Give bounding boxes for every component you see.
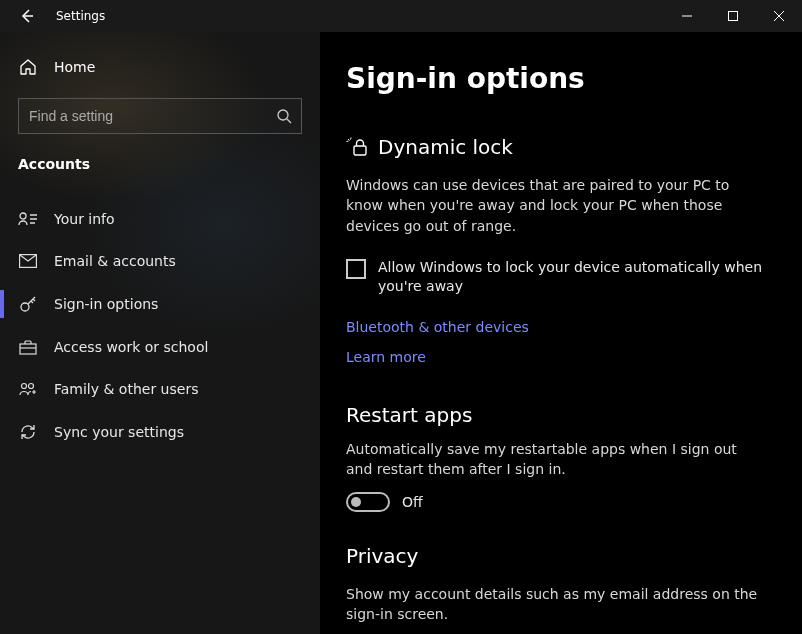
sidebar-item-sync-settings[interactable]: Sync your settings bbox=[0, 410, 320, 454]
close-icon bbox=[774, 11, 784, 21]
page-title: Sign-in options bbox=[346, 62, 776, 95]
privacy-desc: Show my account details such as my email… bbox=[346, 584, 766, 625]
svg-rect-0 bbox=[729, 12, 738, 21]
svg-point-7 bbox=[29, 384, 34, 389]
search-wrap bbox=[18, 98, 302, 134]
sidebar-item-your-info[interactable]: Your info bbox=[0, 198, 320, 240]
svg-point-1 bbox=[278, 110, 288, 120]
section-restart-apps: Restart apps Automatically save my resta… bbox=[346, 403, 776, 512]
sidebar-item-label: Sign-in options bbox=[54, 296, 158, 312]
back-button[interactable] bbox=[12, 1, 42, 31]
sidebar-item-email-accounts[interactable]: Email & accounts bbox=[0, 240, 320, 282]
search-input[interactable] bbox=[18, 98, 302, 134]
sidebar-item-label: Family & other users bbox=[54, 381, 198, 397]
restart-apps-desc: Automatically save my restartable apps w… bbox=[346, 439, 766, 480]
sidebar-item-access-work-school[interactable]: Access work or school bbox=[0, 326, 320, 368]
titlebar: Settings bbox=[0, 0, 802, 32]
sync-icon bbox=[18, 423, 38, 441]
key-icon bbox=[18, 295, 38, 313]
sidebar-item-family-other-users[interactable]: Family & other users bbox=[0, 368, 320, 410]
content-pane: Sign-in options Dynamic lock Windows can… bbox=[320, 32, 802, 634]
sidebar-item-label: Email & accounts bbox=[54, 253, 176, 269]
dynamic-lock-desc: Windows can use devices that are paired … bbox=[346, 175, 766, 236]
svg-point-4 bbox=[21, 303, 29, 311]
minimize-icon bbox=[682, 11, 692, 21]
section-heading-restart-apps: Restart apps bbox=[346, 403, 776, 427]
sidebar-item-label: Sync your settings bbox=[54, 424, 184, 440]
section-privacy: Privacy Show my account details such as … bbox=[346, 544, 776, 625]
person-card-icon bbox=[18, 211, 38, 227]
svg-rect-8 bbox=[354, 146, 366, 155]
sidebar: Home Accounts Your info Email & accounts bbox=[0, 32, 320, 634]
link-learn-more[interactable]: Learn more bbox=[346, 349, 776, 365]
section-dynamic-lock: Dynamic lock Windows can use devices tha… bbox=[346, 135, 776, 365]
maximize-button[interactable] bbox=[710, 0, 756, 32]
home-icon bbox=[18, 58, 38, 76]
section-heading-text: Dynamic lock bbox=[378, 135, 513, 159]
family-icon bbox=[18, 381, 38, 397]
nav-list: Your info Email & accounts Sign-in optio… bbox=[0, 198, 320, 454]
restart-apps-toggle-label: Off bbox=[402, 494, 423, 510]
section-heading-text: Restart apps bbox=[346, 403, 472, 427]
checkbox-allow-autolock-label: Allow Windows to lock your device automa… bbox=[378, 258, 766, 297]
search-icon bbox=[276, 108, 292, 124]
close-button[interactable] bbox=[756, 0, 802, 32]
briefcase-icon bbox=[18, 339, 38, 355]
mail-icon bbox=[18, 254, 38, 268]
toggle-knob bbox=[351, 497, 361, 507]
section-heading-privacy: Privacy bbox=[346, 544, 776, 568]
maximize-icon bbox=[728, 11, 738, 21]
svg-point-2 bbox=[20, 213, 26, 219]
app-title: Settings bbox=[56, 9, 105, 23]
home-button[interactable]: Home bbox=[0, 44, 320, 90]
sidebar-item-label: Your info bbox=[54, 211, 115, 227]
restart-apps-toggle-row: Off bbox=[346, 492, 776, 512]
link-bluetooth-other-devices[interactable]: Bluetooth & other devices bbox=[346, 319, 776, 335]
svg-rect-5 bbox=[20, 344, 36, 354]
dynamic-lock-checkbox-row[interactable]: Allow Windows to lock your device automa… bbox=[346, 258, 766, 297]
section-heading-dynamic-lock: Dynamic lock bbox=[346, 135, 776, 159]
dynamic-lock-icon bbox=[346, 137, 368, 157]
category-label: Accounts bbox=[0, 148, 320, 180]
section-heading-text: Privacy bbox=[346, 544, 418, 568]
svg-point-6 bbox=[22, 384, 27, 389]
sidebar-item-label: Access work or school bbox=[54, 339, 208, 355]
restart-apps-toggle[interactable] bbox=[346, 492, 390, 512]
arrow-left-icon bbox=[19, 8, 35, 24]
home-label: Home bbox=[54, 59, 95, 75]
minimize-button[interactable] bbox=[664, 0, 710, 32]
checkbox-allow-autolock[interactable] bbox=[346, 259, 366, 279]
sidebar-item-sign-in-options[interactable]: Sign-in options bbox=[0, 282, 320, 326]
